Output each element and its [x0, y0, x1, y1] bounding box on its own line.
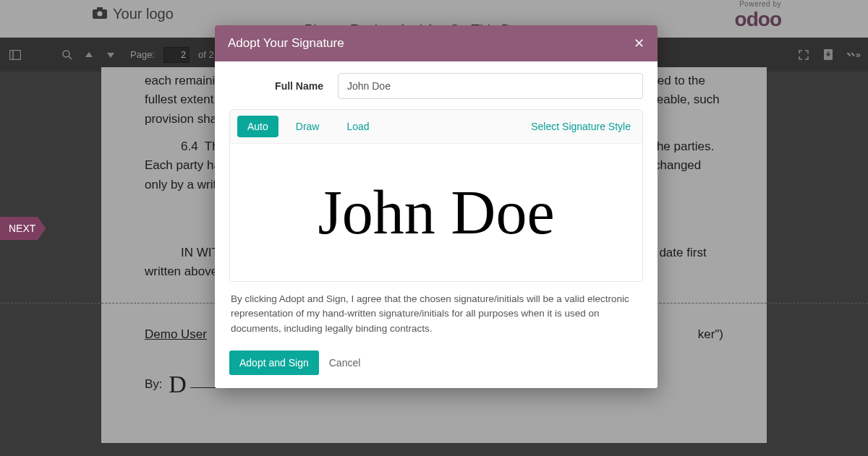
svg-point-2	[98, 12, 103, 17]
page-number-input[interactable]	[163, 47, 190, 63]
page-down-icon[interactable]	[104, 48, 117, 61]
signature-panel: Auto Draw Load Select Signature Style Jo…	[229, 109, 643, 282]
fullname-label: Full Name	[229, 80, 323, 92]
download-icon[interactable]	[822, 48, 835, 61]
page-up-icon[interactable]	[82, 48, 95, 61]
signature-modal: Adopt Your Signature ✕ Full Name Auto Dr…	[215, 25, 658, 388]
sidebar-toggle-icon[interactable]	[9, 48, 22, 61]
modal-header: Adopt Your Signature ✕	[215, 25, 658, 61]
cancel-button[interactable]: Cancel	[329, 357, 361, 369]
role-hint: ker")	[698, 325, 723, 344]
more-icon[interactable]: »	[846, 48, 859, 61]
tab-load[interactable]: Load	[336, 116, 379, 137]
next-flag[interactable]: NEXT	[0, 217, 46, 240]
mini-signature: D	[169, 366, 187, 404]
modal-title: Adopt Your Signature	[228, 36, 344, 51]
fullname-input[interactable]	[338, 73, 643, 99]
page-label: Page:	[130, 49, 155, 60]
logo-text: Your logo	[113, 6, 174, 22]
tab-auto[interactable]: Auto	[237, 116, 278, 137]
svg-line-6	[69, 56, 72, 59]
svg-point-5	[63, 51, 69, 57]
page-of-label: of 2	[198, 49, 214, 60]
modal-footer: Adopt and Sign Cancel	[215, 346, 658, 388]
tab-draw[interactable]: Draw	[286, 116, 330, 137]
signer-name: Demo User	[145, 325, 207, 344]
select-style-link[interactable]: Select Signature Style	[531, 121, 631, 132]
powered-by: Powered by odoo	[735, 0, 781, 31]
signature-preview: John Doe	[318, 181, 554, 244]
svg-rect-1	[97, 7, 103, 11]
adopt-sign-button[interactable]: Adopt and Sign	[229, 350, 319, 375]
signature-canvas[interactable]: John Doe	[230, 144, 642, 281]
logo-area[interactable]: Your logo	[93, 6, 174, 22]
close-icon[interactable]: ✕	[634, 35, 644, 51]
brand-logo: odoo	[735, 8, 781, 31]
signature-tabs: Auto Draw Load Select Signature Style	[230, 110, 642, 144]
search-icon[interactable]	[61, 48, 74, 61]
legal-text: By clicking Adopt and Sign, I agree that…	[229, 282, 643, 346]
fullscreen-icon[interactable]	[797, 48, 810, 61]
powered-label: Powered by	[735, 0, 781, 8]
svg-rect-3	[10, 50, 21, 59]
camera-icon	[93, 6, 107, 22]
